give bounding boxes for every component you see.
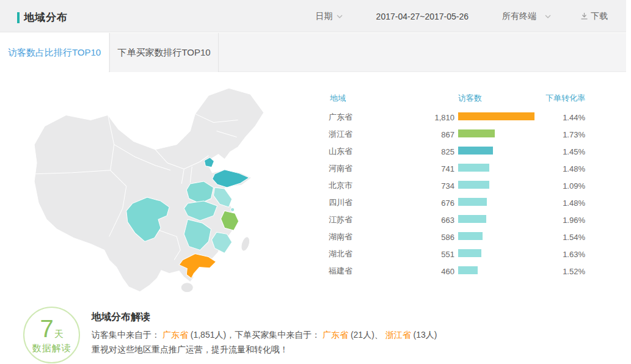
highlighted-region-name: 广东省: [162, 330, 188, 340]
table-row: 浙江省 867 1.73%: [329, 126, 585, 143]
region-label: 湖南省: [329, 231, 408, 242]
visitors-bar: [458, 215, 486, 223]
visitors-bar: [458, 181, 489, 189]
table-row: 广东省 1,810 1.44%: [329, 109, 585, 126]
chevron-down-icon: [337, 15, 343, 18]
insight-heading: 地域分布解读: [92, 311, 150, 324]
regional-distribution-panel: 地域分布 日期 2017-04-27~2017-05-26 所有终端 下载 访客…: [0, 0, 631, 364]
badge-unit: 天: [54, 329, 64, 338]
region-label: 四川省: [329, 197, 408, 208]
insight-text: 访客集中来自于：: [92, 330, 162, 340]
visitors-value: 551: [408, 250, 454, 259]
tab-bar: 访客数占比排行TOP10 下单买家数排行TOP10: [0, 33, 626, 72]
conversion-value: 1.48%: [541, 164, 585, 173]
visitors-bar: [458, 249, 481, 257]
table-header-row: 地域 访客数 下单转化率: [329, 89, 585, 107]
visitors-bar: [458, 129, 495, 137]
island-taiwan: [239, 236, 251, 252]
title-accent-bar: [17, 12, 20, 23]
table-row: 山东省 825 1.45%: [329, 143, 585, 160]
page-title: 地域分布: [24, 10, 68, 24]
chevron-down-icon: [545, 15, 551, 18]
column-header-visitors: 访客数: [458, 93, 482, 104]
visitors-value: 741: [408, 164, 454, 173]
region-label: 河南省: [329, 163, 408, 174]
conversion-value: 1.54%: [541, 233, 585, 242]
visitors-bar: [458, 198, 487, 206]
visitors-value: 663: [408, 216, 454, 225]
conversion-value: 1.09%: [541, 181, 585, 191]
badge-number: 7: [40, 316, 53, 341]
terminal-dropdown-label: 所有终端: [502, 11, 536, 22]
visitors-ranking-table: 地域 访客数 下单转化率 广东省 1,810 1.44% 浙江省 867 1.7…: [329, 89, 585, 280]
island-hainan: [181, 283, 193, 293]
table-row: 湖北省 551 1.63%: [329, 246, 585, 263]
panel-header: 地域分布 日期 2017-04-27~2017-05-26 所有终端 下载: [0, 0, 626, 32]
region-label: 山东省: [329, 146, 408, 157]
visitors-bar: [458, 112, 534, 120]
conversion-value: 1.73%: [541, 130, 585, 139]
table-row: 福建省 460 1.52%: [329, 263, 585, 280]
table-row: 河南省 741 1.48%: [329, 160, 585, 177]
region-label: 北京市: [329, 180, 408, 191]
date-dropdown[interactable]: 日期: [316, 11, 343, 22]
province-shandong[interactable]: [212, 170, 249, 187]
conversion-value: 1.48%: [541, 198, 585, 208]
insight-text: (1,851人)，下单买家集中来自于：: [188, 330, 323, 340]
table-row: 四川省 676 1.48%: [329, 194, 585, 211]
column-header-conversion: 下单转化率: [545, 93, 585, 104]
download-label: 下载: [591, 11, 608, 22]
visitors-value: 586: [408, 233, 454, 242]
conversion-value: 1.45%: [541, 147, 585, 156]
highlighted-region-name: 浙江省: [385, 330, 411, 340]
scrollbar-gutter: [626, 0, 631, 73]
table-row: 湖南省 586 1.54%: [329, 228, 585, 246]
visitors-bar: [458, 232, 483, 240]
region-label: 湖北省: [329, 249, 408, 260]
date-range-value[interactable]: 2017-04-27~2017-05-26: [376, 12, 469, 21]
visitors-value: 1,810: [408, 113, 454, 122]
conversion-value: 1.96%: [541, 216, 585, 225]
date-dropdown-label: 日期: [316, 11, 333, 22]
tab-visitors-top10[interactable]: 访客数占比排行TOP10: [0, 33, 109, 73]
region-label: 江苏省: [329, 214, 408, 225]
visitors-bar: [458, 266, 478, 274]
region-label: 广东省: [329, 112, 408, 123]
terminal-dropdown[interactable]: 所有终端: [502, 11, 551, 22]
download-icon: [580, 12, 588, 20]
badge-subtitle: 数据解读: [32, 343, 71, 354]
conversion-value: 1.44%: [541, 113, 585, 122]
visitors-bar: [458, 164, 489, 172]
insight-badge: 7 天 数据解读: [23, 307, 80, 363]
province-shanghai[interactable]: [231, 208, 235, 211]
insight-line2: 重视对这些地区重点推广运营，提升流量和转化哦！: [92, 344, 288, 355]
region-label: 福建省: [329, 266, 408, 277]
china-map: [29, 83, 275, 297]
visitors-value: 867: [408, 130, 454, 139]
insight-line1: 访客集中来自于： 广东省 (1,851人)，下单买家集中来自于： 广东省 (21…: [92, 330, 437, 341]
column-header-region: 地域: [330, 93, 346, 104]
conversion-value: 1.52%: [541, 267, 585, 276]
visitors-value: 676: [408, 198, 454, 208]
insight-text: (13人): [411, 330, 437, 340]
download-button[interactable]: 下载: [580, 11, 608, 22]
conversion-value: 1.63%: [541, 250, 585, 259]
insight-text: (21人)、: [348, 330, 385, 340]
region-label: 浙江省: [329, 129, 408, 140]
highlighted-region-name: 广东省: [323, 330, 348, 340]
visitors-bar: [458, 147, 493, 155]
visitors-value: 734: [408, 181, 454, 191]
table-row: 江苏省 663 1.96%: [329, 211, 585, 228]
visitors-value: 460: [408, 267, 454, 276]
map-base: [34, 88, 264, 292]
visitors-value: 825: [408, 147, 454, 156]
tab-buyers-top10[interactable]: 下单买家数排行TOP10: [109, 33, 219, 72]
table-row: 北京市 734 1.09%: [329, 177, 585, 194]
